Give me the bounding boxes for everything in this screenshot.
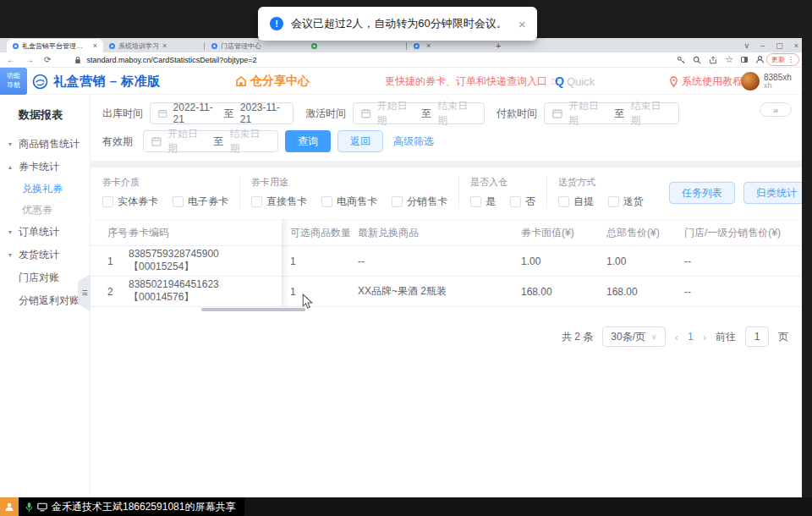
- page-size-select[interactable]: 30条/页 ∨: [602, 327, 665, 347]
- checkbox-icon[interactable]: [510, 196, 521, 207]
- checkbox-icon[interactable]: [321, 196, 332, 207]
- sidebar-item-gift-coupon[interactable]: 兑换礼券: [0, 178, 90, 200]
- horizontal-scrollbar: [102, 308, 790, 312]
- tab-divider: [204, 42, 205, 50]
- tab-store-admin[interactable]: 门店管理中心: [206, 39, 297, 52]
- search-button[interactable]: 查询: [285, 130, 331, 152]
- screen-share-icon: [37, 502, 47, 512]
- quick-entry-tip[interactable]: 更快捷的券卡、订单和快递查询入口 ☞: [385, 68, 561, 95]
- window-minimize-button[interactable]: –: [760, 41, 765, 50]
- sidebar-item-store-reconciliation[interactable]: 门店对账: [0, 266, 90, 289]
- checkbox-icon[interactable]: [173, 196, 184, 207]
- system-tutorial-link[interactable]: 系统使用教程: [669, 68, 743, 95]
- app-header: 功能 导航 礼盒营销 – 标准版 仓分享中心 更快捷的券卡、订单和快递查询入口 …: [0, 68, 802, 95]
- tab-favicon: [211, 43, 217, 49]
- sidebar-item-card-stats[interactable]: ▴ 券卡统计: [0, 156, 90, 178]
- quick-search[interactable]: Q Quick: [555, 68, 595, 95]
- next-page-button[interactable]: ›: [703, 331, 706, 343]
- checkbox-distribution-sale[interactable]: 分销售卡: [392, 195, 447, 209]
- user-menu[interactable]: 8385xh xh: [741, 68, 792, 95]
- chevron-down-icon: ▾: [8, 251, 12, 259]
- calendar-icon: [158, 108, 167, 118]
- zoom-icon[interactable]: [693, 56, 701, 64]
- cell-card-code: 8385759328745900【00015254】: [129, 248, 282, 274]
- checkbox-icon[interactable]: [102, 196, 113, 207]
- task-list-button[interactable]: 任务列表: [669, 182, 735, 204]
- tab-close-icon[interactable]: ×: [426, 41, 431, 50]
- checkbox-ecommerce-sale[interactable]: 电商售卡: [321, 195, 377, 209]
- checkbox-direct-sale[interactable]: 直接售卡: [251, 195, 307, 209]
- activation-date-range-input[interactable]: 开始日期 至 结束日期: [353, 102, 485, 124]
- bookmark-star-icon[interactable]: ☆: [725, 54, 733, 65]
- back-icon[interactable]: ←: [7, 55, 15, 64]
- cell-index: 1: [91, 255, 129, 267]
- cell-card-code: 8385021946451623【00014576】: [129, 278, 282, 305]
- checkbox-pickup[interactable]: 自提: [558, 195, 594, 209]
- checkbox-deliver[interactable]: 送货: [608, 195, 644, 209]
- sidebar-item-shipping-stats[interactable]: ▾ 发货统计: [0, 244, 90, 266]
- goto-page-input[interactable]: 1: [745, 327, 769, 347]
- validity-date-range-input[interactable]: 开始日期 至 结束日期: [143, 130, 278, 152]
- advanced-filter-link[interactable]: 高级筛选: [393, 134, 434, 149]
- sidebar-item-product-sales[interactable]: ▾ 商品销售统计: [0, 133, 90, 156]
- filter-group-card-usage: 券卡用途 直接售卡 电商售卡 分销售卡: [251, 176, 459, 209]
- tab-close-icon[interactable]: ×: [162, 41, 167, 50]
- address-bar[interactable]: standard.maboy.cn/CardStatisticsDetail?o…: [74, 56, 256, 64]
- key-icon[interactable]: [677, 56, 685, 64]
- warehouse-share-center-link[interactable]: 仓分享中心: [235, 68, 310, 95]
- back-button[interactable]: 返回: [337, 130, 383, 152]
- checkbox-icon[interactable]: [470, 196, 481, 207]
- share-user-tile[interactable]: [0, 497, 19, 516]
- share-icon[interactable]: [709, 56, 717, 64]
- tab-favicon: [311, 43, 317, 49]
- tab-obscured-2[interactable]: ×: [408, 39, 489, 52]
- tab-close-icon[interactable]: ×: [93, 41, 97, 50]
- tab-gift-admin[interactable]: 礼盒营销平台管理中心 ×: [7, 39, 103, 52]
- toast-close-icon[interactable]: ×: [518, 17, 526, 31]
- table-row[interactable]: 2 8385021946451623【00014576】 1 XX品牌~果酒 2…: [91, 277, 802, 307]
- checkbox-yes[interactable]: 是: [470, 195, 496, 209]
- checkbox-icon[interactable]: [558, 196, 569, 207]
- tab-training[interactable]: 系统培训学习 ×: [103, 39, 203, 52]
- menu-dots-icon[interactable]: ⋮: [787, 56, 794, 63]
- url-text[interactable]: standard.maboy.cn/CardStatisticsDetail?o…: [86, 56, 256, 64]
- cell-product-count: 1: [282, 286, 358, 298]
- function-nav-button[interactable]: 功能 导航: [0, 68, 27, 95]
- category-stats-button[interactable]: 归类统计: [743, 182, 802, 204]
- tab-search-chevron-icon[interactable]: ∨: [744, 41, 750, 50]
- cell-hq-price: 168.00: [599, 286, 679, 298]
- checkbox-no[interactable]: 否: [510, 195, 535, 209]
- window-close-button[interactable]: ×: [794, 41, 798, 50]
- checkbox-icon[interactable]: [392, 196, 403, 207]
- window-maximize-button[interactable]: ▢: [776, 41, 783, 50]
- sidebar-item-discount-coupon[interactable]: 优惠券: [0, 200, 90, 221]
- payment-date-range-input[interactable]: 开始日期 至 结束日期: [544, 102, 679, 124]
- page-number[interactable]: 1: [688, 331, 694, 343]
- location-pin-icon: [669, 76, 678, 87]
- tab-obscured-1[interactable]: [305, 39, 405, 52]
- app-logo-icon: [32, 74, 48, 90]
- checkbox-electronic-card[interactable]: 电子券卡: [173, 195, 228, 209]
- table-row[interactable]: 1 8385759328745900【00015254】 1 -- 1.00 1…: [91, 246, 802, 277]
- sidebar-item-order-stats[interactable]: ▾ 订单统计: [0, 221, 90, 244]
- checkbox-physical-card[interactable]: 实体券卡: [102, 195, 158, 209]
- prev-page-button[interactable]: ‹: [675, 331, 678, 343]
- chrome-update-button[interactable]: 更新 ⋮: [766, 53, 799, 66]
- calendar-icon: [151, 136, 162, 146]
- profile-icon[interactable]: [755, 55, 765, 64]
- forward-icon[interactable]: →: [25, 55, 34, 64]
- scrollbar-thumb[interactable]: [201, 308, 305, 311]
- outbound-date-range-input[interactable]: 2022-11-21 至 2023-11-21: [150, 102, 294, 124]
- filter-card: 出库时间 2022-11-21 至 2023-11-21 激活时间 开始日期: [91, 95, 802, 161]
- reload-icon[interactable]: ⟳: [44, 55, 51, 64]
- date-start-placeholder: 开始日期: [568, 99, 609, 128]
- checkbox-icon[interactable]: [608, 196, 619, 207]
- filter-label: 激活时间: [305, 107, 346, 121]
- checkbox-icon[interactable]: [251, 196, 262, 207]
- share-text: 金禾通技术王斌18662591081的屏幕共享: [52, 500, 235, 514]
- filter-collapse-button[interactable]: »: [760, 102, 792, 117]
- chevron-up-icon: ▴: [8, 163, 12, 171]
- sidebar-item-rebate-reconciliation[interactable]: 分销返利对账: [0, 289, 90, 312]
- side-panel-icon[interactable]: [741, 57, 748, 63]
- new-tab-button[interactable]: +: [496, 41, 501, 51]
